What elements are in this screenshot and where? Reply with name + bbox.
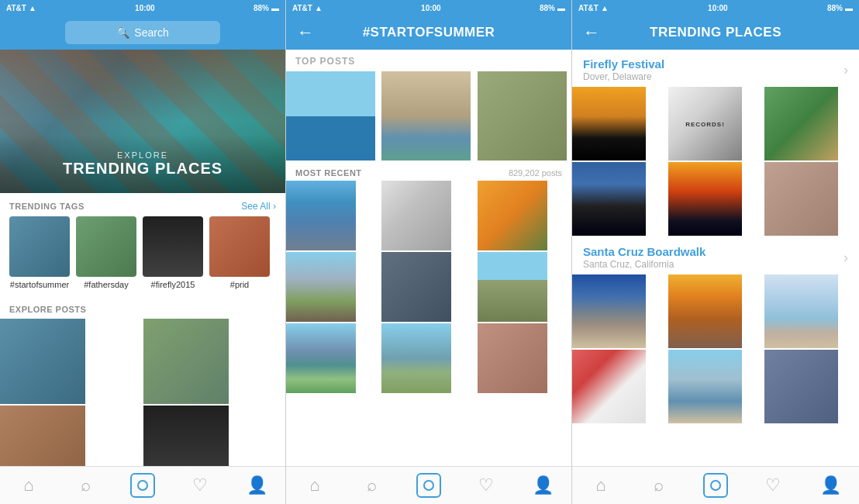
camera-icon-1: [130, 473, 155, 498]
santacruz-photo-3[interactable]: [764, 274, 838, 348]
firefly-photo-6[interactable]: [764, 162, 838, 236]
recent-post-8[interactable]: [381, 323, 451, 393]
recent-post-2[interactable]: [381, 181, 451, 250]
place-item-santacruz[interactable]: Santa Cruz Boardwalk Santa Cruz, Califor…: [572, 237, 859, 274]
tab-home-1[interactable]: ⌂: [0, 467, 57, 504]
tab-activity-3[interactable]: ♡: [744, 467, 802, 504]
recent-post-6[interactable]: [478, 252, 547, 322]
tag-item-fathersday[interactable]: #fathersday: [76, 216, 136, 289]
place-item-firefly[interactable]: Firefly Festival Dover, Delaware ›: [572, 50, 859, 87]
place-sub-firefly: Dover, Delaware: [583, 71, 664, 82]
tag-thumb-4: [209, 216, 270, 277]
tags-row: #startofsummer #fathersday #firefly2015 …: [0, 216, 285, 297]
tab-search-1[interactable]: ⌕: [57, 467, 115, 504]
recent-post-3[interactable]: [478, 181, 547, 250]
tag-item-startofsummer[interactable]: #startofsummer: [9, 216, 70, 289]
wifi-icon-1: ▲: [29, 4, 36, 12]
top-posts-grid: [286, 71, 571, 161]
explore-post-2[interactable]: [143, 319, 229, 404]
tab-camera-2[interactable]: [400, 467, 457, 504]
search-icon-tab-1: ⌕: [81, 475, 91, 495]
santacruz-photo-6[interactable]: [764, 350, 838, 423]
recent-post-5[interactable]: [381, 252, 451, 322]
hero-label: EXPLORE: [16, 150, 270, 160]
santacruz-photo-2[interactable]: [668, 274, 742, 348]
explore-post-1[interactable]: [0, 319, 85, 404]
tab-profile-3[interactable]: 👤: [802, 467, 859, 504]
place-name-firefly: Firefly Festival: [583, 57, 664, 71]
firefly-photo-4[interactable]: [572, 162, 646, 236]
carrier-1: AT&T: [6, 4, 26, 12]
santacruz-photos-grid: [572, 274, 859, 423]
tab-camera-3[interactable]: [687, 467, 744, 504]
tag-label-1: #startofsummer: [10, 280, 69, 289]
time-3: 10:00: [708, 4, 728, 12]
firefly-photo-2[interactable]: [668, 87, 742, 161]
nav-bar-2: ← #STARTOFSUMMER: [286, 16, 571, 50]
explore-posts-label: EXPLORE POSTS: [9, 305, 86, 314]
back-button-2[interactable]: ←: [297, 22, 314, 43]
status-right-2: 88% ▬: [540, 4, 565, 12]
recent-post-1[interactable]: [286, 181, 356, 250]
tag-label-2: #fathersday: [84, 280, 128, 289]
explore-posts-grid: [0, 319, 285, 466]
chevron-firefly-icon: ›: [843, 62, 848, 78]
tag-item-pride[interactable]: #prid: [209, 216, 270, 289]
santacruz-photo-1[interactable]: [572, 274, 646, 348]
trending-tags-header: TRENDING TAGS See All ›: [0, 193, 285, 216]
santacruz-photo-4[interactable]: [572, 350, 646, 423]
search-box-1[interactable]: 🔍 Search: [65, 21, 220, 44]
battery-icon-3: ▬: [845, 4, 853, 12]
tag-thumb-1: [9, 216, 70, 277]
search-icon-tab-2: ⌕: [367, 475, 377, 495]
top-post-2[interactable]: [381, 71, 471, 161]
back-button-3[interactable]: ←: [583, 22, 600, 43]
panel-hashtag: AT&T ▲ 10:00 88% ▬ ← #STARTOFSUMMER TOP …: [286, 0, 572, 504]
tab-home-2[interactable]: ⌂: [286, 467, 343, 504]
status-bar-1: AT&T ▲ 10:00 88% ▬: [0, 0, 285, 16]
top-post-1[interactable]: [286, 71, 375, 161]
chevron-santacruz-icon: ›: [843, 250, 848, 266]
most-recent-label: MOST RECENT: [295, 168, 362, 178]
nav-bar-3: ← TRENDING PLACES: [572, 16, 859, 50]
panel-explore: AT&T ▲ 10:00 88% ▬ 🔍 Search EXPLORE TREN…: [0, 0, 286, 504]
status-right-3: 88% ▬: [827, 4, 853, 12]
tab-search-3[interactable]: ⌕: [630, 467, 687, 504]
camera-lens-2: [423, 480, 434, 491]
camera-lens-1: [137, 480, 148, 491]
nav-title-3: TRENDING PLACES: [650, 25, 781, 40]
see-all-link[interactable]: See All ›: [241, 201, 276, 212]
explore-post-3[interactable]: [0, 406, 85, 466]
firefly-photo-5[interactable]: [668, 162, 742, 236]
tab-bar-3: ⌂ ⌕ ♡ 👤: [572, 466, 859, 504]
hero-image: EXPLORE TRENDING PLACES: [0, 50, 285, 193]
place-sub-santacruz: Santa Cruz, California: [583, 259, 705, 270]
top-post-3[interactable]: [478, 71, 567, 161]
place-info-santacruz: Santa Cruz Boardwalk Santa Cruz, Califor…: [583, 245, 705, 270]
tab-activity-2[interactable]: ♡: [457, 467, 515, 504]
tab-profile-2[interactable]: 👤: [514, 467, 571, 504]
tag-thumb-3: [143, 216, 203, 277]
explore-post-4[interactable]: [143, 406, 229, 466]
tab-home-3[interactable]: ⌂: [572, 467, 630, 504]
recent-post-7[interactable]: [286, 323, 356, 393]
hero-overlay: EXPLORE TRENDING PLACES: [0, 135, 285, 193]
hashtag-content: TOP POSTS MOST RECENT 829,202 posts: [286, 50, 571, 466]
tab-search-2[interactable]: ⌕: [343, 467, 401, 504]
tab-camera-1[interactable]: [114, 467, 171, 504]
status-left-1: AT&T ▲: [6, 4, 36, 12]
battery-2: 88%: [540, 4, 555, 12]
santacruz-photo-5[interactable]: [668, 350, 742, 423]
heart-icon-2: ♡: [478, 475, 494, 495]
status-right-1: 88% ▬: [254, 4, 279, 12]
tag-item-firefly2015[interactable]: #firefly2015: [143, 216, 203, 289]
firefly-photo-3[interactable]: [764, 87, 838, 161]
recent-post-9[interactable]: [478, 323, 547, 393]
recent-post-4[interactable]: [286, 252, 356, 322]
tab-profile-1[interactable]: 👤: [228, 467, 285, 504]
tag-thumb-2: [76, 216, 136, 277]
tab-activity-1[interactable]: ♡: [171, 467, 229, 504]
firefly-photo-1[interactable]: [572, 87, 646, 161]
explore-content: EXPLORE TRENDING PLACES TRENDING TAGS Se…: [0, 50, 285, 466]
trending-tags-label: TRENDING TAGS: [9, 202, 85, 211]
